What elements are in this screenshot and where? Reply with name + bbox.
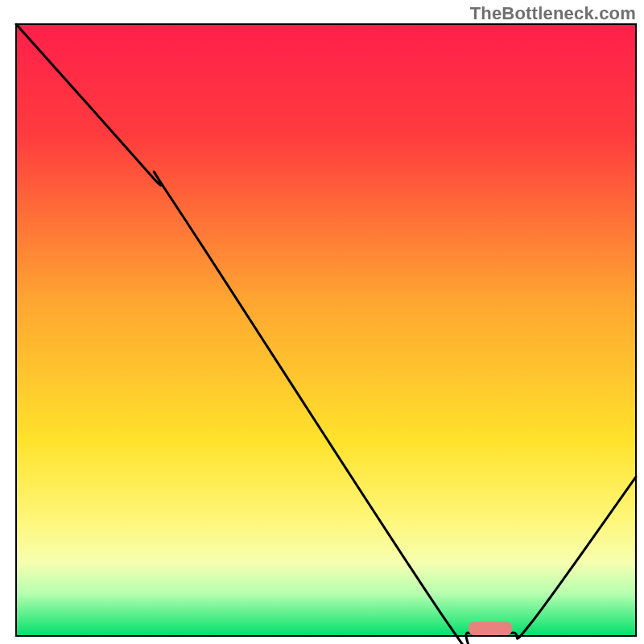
plot-area: [16, 24, 636, 636]
watermark-text: TheBottleneck.com: [470, 3, 636, 24]
bottleneck-chart: [0, 0, 644, 644]
chart-frame: TheBottleneck.com: [0, 0, 644, 644]
optimal-marker: [469, 622, 512, 636]
